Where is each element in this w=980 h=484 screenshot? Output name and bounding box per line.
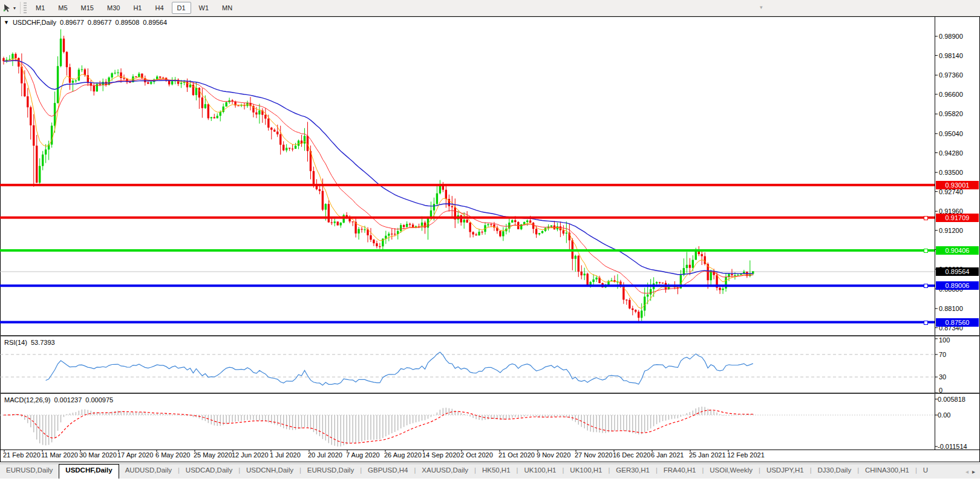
macd-axis-label: 0.005818 — [938, 396, 965, 403]
chart-tab-china300-h1[interactable]: CHINA300,H1 — [859, 464, 915, 479]
timeframe-m5[interactable]: M5 — [53, 2, 73, 14]
macd-main-value: 0.001237 — [54, 396, 82, 404]
tab-scroll-arrows: ◂ ▸ — [962, 464, 979, 479]
chart-tab-usoil-weekly[interactable]: USOil,Weekly — [704, 464, 759, 479]
time-axis-label: 12 Jun 2020 — [232, 451, 269, 459]
macd-signal-value: 0.000975 — [85, 396, 113, 404]
tab-scroll-left-icon[interactable]: ◂ — [965, 468, 969, 475]
rsi-axis-label: 70 — [939, 351, 946, 358]
price-level-label[interactable]: 0.91709 — [936, 214, 979, 222]
candlestick-series — [2, 29, 754, 322]
price-rsi-splitter[interactable] — [0, 335, 980, 336]
chart-low-value: 0.89508 — [116, 19, 140, 26]
macd-histogram — [3, 407, 753, 446]
chart-tab-audusd-daily[interactable]: AUDUSD,Daily — [119, 464, 178, 479]
chart-tab-hk50-h1[interactable]: HK50,H1 — [476, 464, 517, 479]
chart-title: ▼ USDCHF,Daily 0.89677 0.89677 0.89508 0… — [4, 19, 167, 26]
chart-tab-usdchf-daily[interactable]: USDCHF,Daily — [59, 464, 119, 479]
rsi-line — [46, 352, 753, 385]
price-tick-label: 0.95820 — [939, 110, 963, 117]
timeframe-h1[interactable]: H1 — [128, 2, 147, 14]
timeframe-m1[interactable]: M1 — [30, 2, 50, 14]
chart-tab-uk100-h1[interactable]: UK100,H1 — [518, 464, 562, 479]
horizontal-level-line — [0, 217, 935, 219]
cursor-tool-caret-icon[interactable]: ▾ — [13, 5, 16, 11]
price-tick-label: 0.95040 — [939, 130, 963, 137]
chart-tab-uk100-h1[interactable]: UK100,H1 — [564, 464, 608, 479]
chart-tab-ger30-h1[interactable]: GER30,H1 — [610, 464, 656, 479]
chart-tab-u[interactable]: U — [917, 464, 934, 479]
moving-average-6 — [4, 58, 753, 308]
time-axis-label: 21 Feb 2020 — [3, 451, 41, 459]
price-level-label[interactable]: 0.87560 — [936, 318, 979, 327]
chart-tab-gbpusd-h4[interactable]: GBPUSD,H4 — [362, 464, 414, 479]
rsi-macd-splitter[interactable] — [0, 393, 980, 394]
time-axis-label: 6 Jan 2021 — [651, 451, 684, 459]
chart-tab-dj30-daily[interactable]: DJ30,Daily — [812, 464, 858, 479]
time-axis-label: 14 Sep 2020 — [422, 451, 460, 459]
timeframe-w1[interactable]: W1 — [194, 2, 215, 14]
chart-symbol-label: USDCHF,Daily — [13, 19, 56, 26]
time-axis-label: 11 Mar 2020 — [41, 451, 78, 459]
chart-tabs: EURUSD,DailyUSDCHF,DailyAUDUSD,Daily|USD… — [0, 464, 934, 479]
toolbar-grip-handle[interactable] — [24, 2, 27, 13]
time-axis-label: 26 Aug 2020 — [384, 451, 422, 459]
collapse-chart-icon[interactable]: ▼ — [4, 19, 9, 25]
cursor-tool-button[interactable]: ▾ — [1, 1, 18, 15]
time-axis-label: 16 Dec 2020 — [613, 451, 650, 459]
timeframe-d1[interactable]: D1 — [172, 2, 191, 14]
rsi-axis-label: 100 — [939, 336, 950, 344]
price-tick-label: 0.93500 — [939, 169, 963, 176]
hline-handle[interactable] — [924, 284, 928, 288]
price-level-label[interactable]: 0.89006 — [936, 281, 979, 290]
time-axis-label: 25 Jan 2021 — [689, 451, 726, 459]
chart-tab-eurusd-daily[interactable]: EURUSD,Daily — [0, 464, 59, 479]
price-level-label[interactable]: 0.93001 — [936, 181, 979, 189]
horizontal-level-line — [0, 284, 935, 287]
price-tick-label: 0.96600 — [939, 91, 963, 98]
chart-tab-usdcnh-daily[interactable]: USDCNH,Daily — [240, 464, 299, 479]
moving-average-18 — [4, 60, 753, 293]
price-tick-label: 0.91200 — [939, 227, 963, 234]
toolbar-overflow-icon[interactable]: ▾ — [760, 4, 763, 10]
time-axis-label: 17 Apr 2020 — [117, 451, 153, 459]
toolbar-separator — [20, 2, 21, 14]
price-tick-label: 0.98140 — [939, 52, 963, 59]
timeframe-m15[interactable]: M15 — [76, 2, 99, 14]
chart-open-value: 0.89677 — [60, 19, 84, 26]
chart-tab-eurusd-daily[interactable]: EURUSD,Daily — [301, 464, 360, 479]
hline-handle[interactable] — [924, 321, 928, 325]
chart-tab-usdjpy-h1[interactable]: USDJPY,H1 — [760, 464, 810, 479]
time-axis-label: 27 Nov 2020 — [575, 451, 612, 459]
moving-average-48 — [4, 60, 753, 275]
price-tick-label: 0.88100 — [939, 305, 963, 312]
rsi-axis-label: 30 — [939, 373, 946, 381]
macd-axis-label: 0.00 — [938, 411, 950, 419]
time-axis-label: 12 Feb 2021 — [727, 451, 765, 459]
price-tick-label: 0.98900 — [939, 33, 963, 40]
timeframe-h4[interactable]: H4 — [149, 2, 169, 14]
chart-high-value: 0.89677 — [88, 19, 112, 26]
rsi-indicator-name: RSI(14) — [4, 339, 27, 346]
time-axis-label: 2 Oct 2020 — [460, 451, 493, 459]
timeframe-mn[interactable]: MN — [217, 2, 238, 14]
price-tick-label: 0.94280 — [939, 149, 963, 157]
chart-tab-usdcad-daily[interactable]: USDCAD,Daily — [180, 464, 238, 479]
horizontal-level-line — [0, 184, 935, 186]
rsi-indicator-value: 53.7393 — [31, 339, 55, 346]
chart-tab-xauusd-daily[interactable]: XAUUSD,Daily — [416, 464, 474, 479]
horizontal-level-line — [0, 249, 935, 252]
time-axis-label: 20 Jul 2020 — [308, 451, 342, 459]
chart-tab-fra40-h1[interactable]: FRA40,H1 — [658, 464, 702, 479]
price-level-label[interactable]: 0.90406 — [936, 246, 979, 255]
time-axis-label: 21 Oct 2020 — [498, 451, 535, 459]
timeframe-m30[interactable]: M30 — [102, 2, 125, 14]
mt4-terminal: ▾ M1M5M15M30H1H4D1W1MN ▾ ▼ USDCHF,Daily … — [0, 0, 980, 484]
current-price-label: 0.89564 — [936, 267, 979, 276]
hline-handle[interactable] — [924, 216, 928, 220]
chart-close-value: 0.89564 — [143, 19, 167, 26]
tab-scroll-right-icon[interactable]: ▸ — [972, 468, 975, 475]
hline-handle[interactable] — [924, 249, 928, 253]
chart-canvas[interactable] — [0, 0, 980, 484]
timeframe-buttons: M1M5M15M30H1H4D1W1MN — [29, 0, 239, 16]
